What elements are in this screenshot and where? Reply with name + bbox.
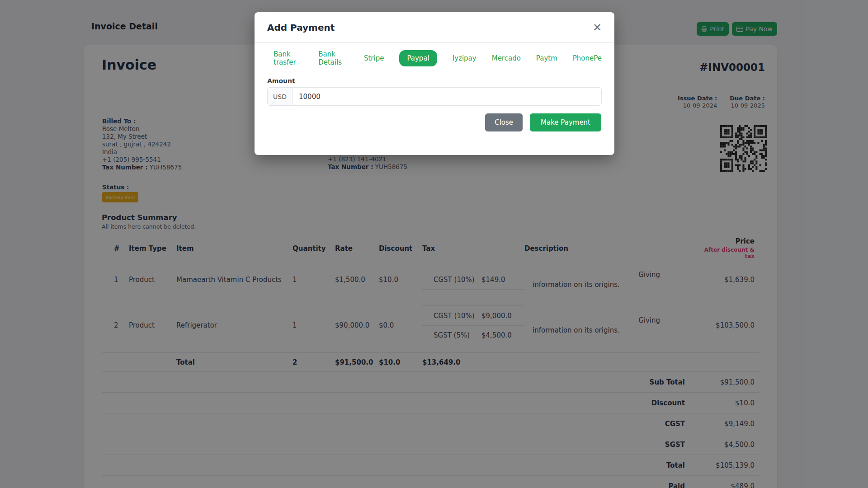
make-payment-button[interactable]: Make Payment xyxy=(530,113,601,131)
amount-input-group: USD xyxy=(267,87,602,106)
modal-footer: Close Make Payment xyxy=(485,113,601,131)
amount-input[interactable] xyxy=(292,88,601,105)
add-payment-modal: Add Payment ✕ Bank trasfer Bank Details … xyxy=(255,12,614,155)
amount-label: Amount xyxy=(267,77,602,84)
modal-title: Add Payment xyxy=(267,22,335,33)
modal-body: Bank trasfer Bank Details Stripe Paypal … xyxy=(255,43,614,106)
tab-stripe[interactable]: Stripe xyxy=(364,54,384,62)
tab-phonepe[interactable]: PhonePe xyxy=(573,54,602,62)
currency-addon: USD xyxy=(268,88,292,105)
close-button[interactable]: Close xyxy=(485,113,523,131)
tab-paypal[interactable]: Paypal xyxy=(399,50,437,66)
invoice-detail-screen: Invoice Detail Print Pay Now Invoice #IN… xyxy=(0,0,868,488)
payment-method-tabs: Bank trasfer Bank Details Stripe Paypal … xyxy=(274,51,602,66)
close-icon[interactable]: ✕ xyxy=(592,21,603,34)
tab-paytm[interactable]: Paytm xyxy=(536,54,557,62)
tab-bank-details[interactable]: Bank Details xyxy=(318,50,349,66)
tab-mercado[interactable]: Mercado xyxy=(492,54,521,62)
tab-iyzipay[interactable]: Iyzipay xyxy=(453,54,476,62)
modal-header: Add Payment ✕ xyxy=(255,12,614,43)
tab-bank-transfer[interactable]: Bank trasfer xyxy=(274,50,303,66)
